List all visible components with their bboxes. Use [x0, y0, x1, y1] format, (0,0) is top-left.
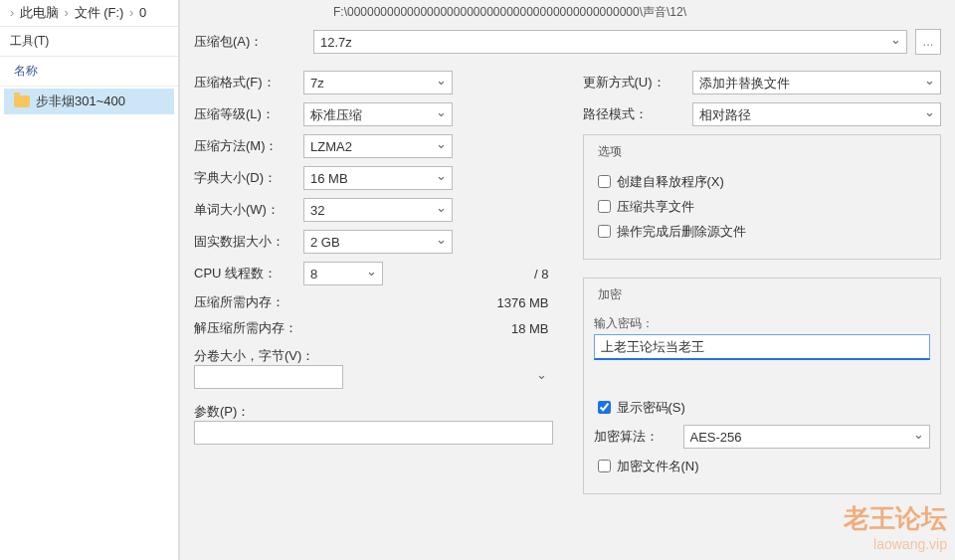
update-select[interactable]: 添加并替换文件: [692, 71, 942, 94]
password-label: 输入密码：: [594, 315, 931, 332]
split-select[interactable]: [194, 365, 343, 389]
right-column: 更新方式(U)：添加并替换文件 路径模式：相对路径 选项 创建自释放程序(X) …: [583, 63, 942, 494]
dict-label: 字典大小(D)：: [194, 169, 303, 187]
update-label: 更新方式(U)：: [583, 74, 692, 92]
breadcrumb-drive[interactable]: 文件 (F:): [75, 5, 124, 20]
params-label: 参数(P)：: [194, 403, 553, 421]
show-password-checkbox[interactable]: 显示密码(S): [594, 398, 931, 417]
breadcrumb-folder[interactable]: 0: [139, 5, 146, 20]
encryption-fieldset: 加密 输入密码： 显示密码(S) 加密算法：AES-256 加密文件名(N): [583, 278, 942, 494]
breadcrumb-pc[interactable]: 此电脑: [20, 5, 59, 20]
dict-select[interactable]: 16 MB: [303, 166, 453, 190]
level-select[interactable]: 标准压缩: [303, 102, 453, 126]
mem-decomp-label: 解压缩所需内存：: [194, 319, 353, 337]
enc-method-label: 加密算法：: [594, 428, 683, 446]
folder-label: 步非烟301~400: [36, 93, 125, 110]
threads-total: / 8: [464, 267, 553, 281]
encryption-legend: 加密: [594, 286, 626, 303]
options-fieldset: 选项 创建自释放程序(X) 压缩共享文件 操作完成后删除源文件: [583, 134, 942, 260]
method-label: 压缩方法(M)：: [194, 137, 303, 155]
mem-comp-label: 压缩所需内存：: [194, 293, 353, 311]
list-item[interactable]: 步非烟301~400: [4, 89, 174, 114]
sfx-checkbox[interactable]: 创建自释放程序(X): [594, 172, 931, 191]
mem-decomp-value: 18 MB: [464, 321, 553, 336]
password-input[interactable]: [594, 334, 931, 360]
mem-comp-value: 1376 MB: [464, 295, 553, 310]
folder-icon: [14, 95, 30, 107]
compress-dialog: F:\0000000000000000000000000000000000000…: [179, 0, 955, 560]
encrypt-names-checkbox[interactable]: 加密文件名(N): [594, 457, 931, 475]
format-select[interactable]: 7z: [303, 71, 453, 94]
archive-name-input[interactable]: [313, 30, 907, 54]
explorer-sidebar: › 此电脑 › 文件 (F:) › 0 工具(T) 名称 步非烟301~400: [0, 0, 179, 560]
archive-label: 压缩包(A)：: [194, 33, 313, 51]
method-select[interactable]: LZMA2: [303, 134, 453, 158]
word-label: 单词大小(W)：: [194, 201, 303, 219]
solid-label: 固实数据大小：: [194, 233, 303, 251]
solid-select[interactable]: 2 GB: [303, 230, 453, 254]
threads-select[interactable]: 8: [303, 262, 383, 285]
params-input[interactable]: [194, 421, 553, 445]
options-legend: 选项: [594, 143, 626, 160]
left-column: 压缩格式(F)：7z 压缩等级(L)：标准压缩 压缩方法(M)：LZMA2 字典…: [194, 63, 553, 494]
enc-method-select[interactable]: AES-256: [683, 425, 931, 449]
format-label: 压缩格式(F)：: [194, 74, 303, 92]
tools-menu[interactable]: 工具(T): [0, 27, 178, 57]
delete-checkbox[interactable]: 操作完成后删除源文件: [594, 222, 931, 241]
browse-button[interactable]: ...: [915, 29, 941, 55]
threads-label: CPU 线程数：: [194, 265, 303, 282]
pathmode-label: 路径模式：: [583, 105, 692, 123]
column-header-name[interactable]: 名称: [0, 57, 178, 87]
level-label: 压缩等级(L)：: [194, 105, 303, 123]
word-select[interactable]: 32: [303, 198, 453, 222]
archive-full-path: F:\0000000000000000000000000000000000000…: [333, 4, 941, 21]
split-label: 分卷大小，字节(V)：: [194, 347, 553, 365]
breadcrumb[interactable]: › 此电脑 › 文件 (F:) › 0: [0, 0, 178, 27]
breadcrumb-sep: ›: [10, 5, 14, 20]
pathmode-select[interactable]: 相对路径: [692, 102, 942, 126]
share-checkbox[interactable]: 压缩共享文件: [594, 197, 931, 216]
